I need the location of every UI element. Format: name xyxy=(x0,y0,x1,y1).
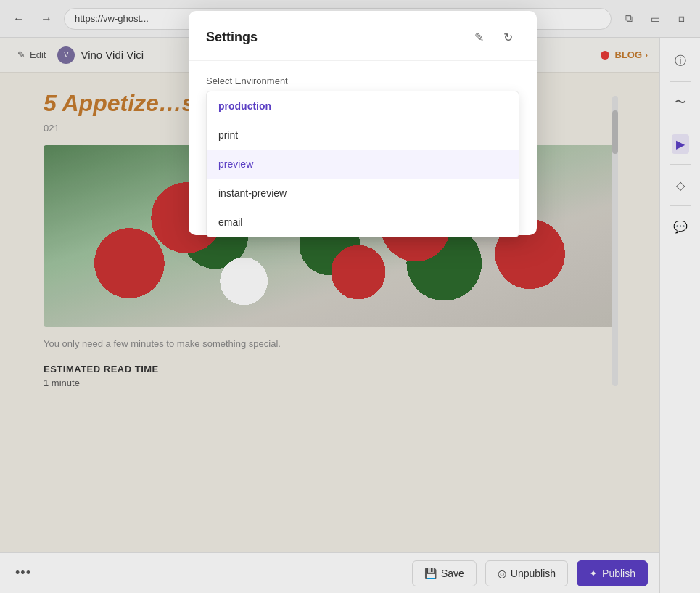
option-email[interactable]: email xyxy=(207,208,519,237)
modal-pencil-icon: ✎ xyxy=(474,30,484,44)
option-instant-preview[interactable]: instant-preview xyxy=(207,179,519,208)
dropdown-list: production print preview instant-preview… xyxy=(206,91,519,237)
option-production[interactable]: production xyxy=(207,91,519,120)
option-print[interactable]: print xyxy=(207,120,519,150)
modal-header: Settings ✎ ↻ xyxy=(189,11,537,61)
modal-body: Select Environment production ∧ producti… xyxy=(189,61,537,137)
environment-label: Select Environment xyxy=(206,75,519,86)
modal-title: Settings xyxy=(206,30,467,45)
modal-refresh-icon: ↻ xyxy=(503,30,513,44)
option-preview[interactable]: preview xyxy=(207,150,519,179)
settings-modal: Settings ✎ ↻ Select Environment producti… xyxy=(189,11,537,235)
modal-header-icons: ✎ ↻ xyxy=(467,25,519,49)
modal-refresh-button[interactable]: ↻ xyxy=(496,25,519,49)
modal-edit-button[interactable]: ✎ xyxy=(467,25,490,49)
